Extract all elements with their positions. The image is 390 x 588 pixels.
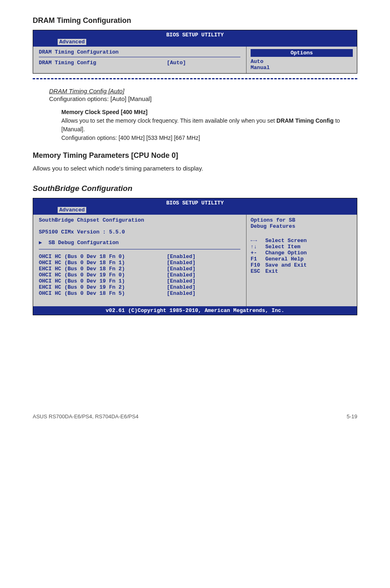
tab-advanced-sb[interactable]: Advanced — [58, 207, 86, 213]
nav-change-option: +-Change Option — [251, 250, 353, 256]
sb-panel-title: SouthBridge Chipset Configuration — [39, 217, 240, 225]
hc-label: OHCI HC (Bus 0 Dev 19 Fn 0) — [39, 272, 167, 278]
bios-panel-dram: BIOS SETUP UTILITY Advanced DRAM Timing … — [33, 30, 357, 74]
memory-clock-block: Memory Clock Speed [400 MHz] Allows you … — [61, 108, 357, 142]
bios-panel-southbridge: BIOS SETUP UTILITY Advanced SouthBridge … — [33, 198, 357, 315]
nav-help-block: ←→Select Screen ↑↓Select Item +-Change O… — [251, 238, 353, 274]
memclk-title: Memory Clock Speed [400 MHz] — [61, 108, 357, 117]
hc-label: EHCI HC (Bus 0 Dev 18 Fn 2) — [39, 266, 167, 272]
nav-key-f1: F1 — [251, 256, 265, 262]
tab-advanced[interactable]: Advanced — [58, 39, 86, 45]
hc-value: [Enabled] — [167, 278, 240, 284]
bios-left-panel: DRAM Timing Configuration DRAM Timing Co… — [33, 47, 247, 73]
hc-value: [Enabled] — [167, 266, 240, 272]
nav-key-f10: F10 — [251, 262, 265, 268]
nav-text: Select Screen — [265, 238, 307, 244]
bios-title: BIOS SETUP UTILITY — [33, 30, 357, 39]
nav-text: Save and Exit — [265, 262, 307, 268]
setting-row-dram-config[interactable]: DRAM Timing Config [Auto] — [39, 60, 240, 66]
dram-config-link-line: DRAM Timing Config [Auto] — [49, 88, 357, 94]
memclk-text-a: Allows you to set the memory clock frequ… — [61, 117, 276, 124]
sb-version: SP5100 CIMx Version : 5.5.0 — [39, 229, 240, 235]
sb-debug-row[interactable]: ▶ SB Debug Configuration — [39, 239, 240, 249]
hc-row-2[interactable]: EHCI HC (Bus 0 Dev 18 Fn 2)[Enabled] — [39, 266, 240, 272]
option-auto[interactable]: Auto — [251, 58, 353, 65]
nav-text: Change Option — [265, 250, 307, 256]
heading-dram-timing: DRAM Timing Configuration — [33, 16, 357, 25]
hc-row-4[interactable]: OHCI HC (Bus 0 Dev 19 Fn 1)[Enabled] — [39, 278, 240, 284]
memclk-line2: Configuration options: [400 MHz] [533 MH… — [61, 134, 357, 142]
hc-label: OHCI HC (Bus 0 Dev 18 Fn 5) — [39, 290, 167, 296]
nav-key-updown: ↑↓ — [251, 244, 265, 250]
heading-mem-timing: Memory Timing Parameters [CPU Node 0] — [33, 151, 357, 160]
hc-label: OHCI HC (Bus 0 Dev 18 Fn 1) — [39, 260, 167, 266]
nav-key-plusminus: +- — [251, 250, 265, 256]
options-header: Options — [251, 49, 353, 57]
side-title-2: Debug Features — [251, 223, 353, 229]
hc-label: EHCI HC (Bus 0 Dev 19 Fn 2) — [39, 284, 167, 290]
panel-subtitle: DRAM Timing Configuration — [39, 49, 240, 57]
hc-label: OHCI HC (Bus 0 Dev 19 Fn 1) — [39, 278, 167, 284]
torn-edge-divider — [33, 76, 357, 79]
triangle-right-icon: ▶ — [39, 240, 42, 246]
nav-text: Select Item — [265, 244, 300, 250]
nav-save-exit: F10Save and Exit — [251, 262, 353, 268]
hc-row-6[interactable]: OHCI HC (Bus 0 Dev 18 Fn 5)[Enabled] — [39, 290, 240, 296]
bios-tab-row: Advanced — [33, 39, 357, 47]
nav-text: Exit — [265, 268, 278, 274]
hc-value: [Enabled] — [167, 290, 240, 296]
bios-right-panel: Options Auto Manual — [247, 47, 357, 73]
hc-row-5[interactable]: EHCI HC (Bus 0 Dev 19 Fn 2)[Enabled] — [39, 284, 240, 290]
footer-right: 5-19 — [347, 413, 357, 420]
nav-select-screen: ←→Select Screen — [251, 238, 353, 244]
bios-copyright-footer: v02.61 (C)Copyright 1985-2010, American … — [33, 306, 357, 315]
nav-key-arrows: ←→ — [251, 238, 265, 244]
hc-row-1[interactable]: OHCI HC (Bus 0 Dev 18 Fn 1)[Enabled] — [39, 260, 240, 266]
footer-left: ASUS RS700DA-E6/PS4, RS704DA-E6/PS4 — [33, 413, 139, 420]
sb-debug-label: SB Debug Configuration — [49, 240, 119, 246]
mem-timing-desc: Allows you to select which node's timing… — [33, 165, 357, 172]
memclk-line1: Allows you to set the memory clock frequ… — [61, 117, 357, 134]
hc-value: [Enabled] — [167, 272, 240, 278]
bios-tab-row-sb: Advanced — [33, 207, 357, 215]
bios-right-panel-sb: Options for SB Debug Features ←→Select S… — [247, 215, 357, 306]
nav-general-help: F1General Help — [251, 256, 353, 262]
setting-label: DRAM Timing Config — [39, 60, 167, 66]
nav-select-item: ↑↓Select Item — [251, 244, 353, 250]
hc-label: OHCI HC (Bus 0 Dev 18 Fn 0) — [39, 254, 167, 260]
hc-value: [Enabled] — [167, 260, 240, 266]
hc-value: [Enabled] — [167, 254, 240, 260]
page-footer: ASUS RS700DA-E6/PS4, RS704DA-E6/PS4 5-19 — [33, 413, 357, 420]
bios-title-sb: BIOS SETUP UTILITY — [33, 198, 357, 207]
hc-row-0[interactable]: OHCI HC (Bus 0 Dev 18 Fn 0)[Enabled] — [39, 254, 240, 260]
hc-row-3[interactable]: OHCI HC (Bus 0 Dev 19 Fn 0)[Enabled] — [39, 272, 240, 278]
dram-config-link: DRAM Timing Config [Auto] — [49, 88, 124, 94]
hc-value: [Enabled] — [167, 284, 240, 290]
nav-text: General Help — [265, 256, 304, 262]
heading-southbridge: SouthBridge Configuration — [33, 184, 357, 193]
memclk-bold: DRAM Timing Config — [276, 117, 334, 124]
nav-exit: ESCExit — [251, 268, 353, 274]
side-title-1: Options for SB — [251, 217, 353, 223]
setting-value: [Auto] — [167, 60, 240, 66]
dram-config-desc: Configuration options: [Auto] [Manual] — [49, 95, 357, 102]
bios-left-panel-sb: SouthBridge Chipset Configuration SP5100… — [33, 215, 247, 306]
option-manual[interactable]: Manual — [251, 65, 353, 71]
nav-key-esc: ESC — [251, 268, 265, 274]
